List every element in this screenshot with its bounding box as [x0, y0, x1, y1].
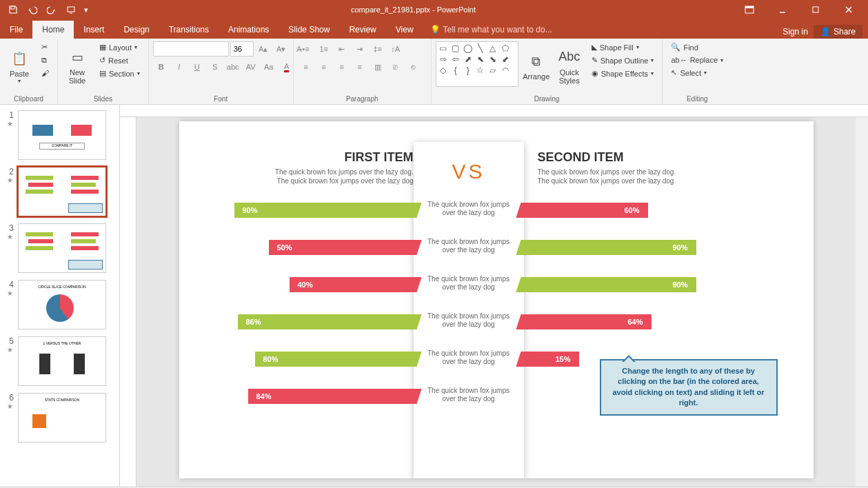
- font-family-input[interactable]: [153, 41, 229, 57]
- layout-button[interactable]: ▦Layout▾: [95, 41, 144, 53]
- align-text-button[interactable]: ⎚: [387, 59, 404, 74]
- tab-slideshow[interactable]: Slide Show: [279, 21, 339, 39]
- indent-inc-button[interactable]: ⇥: [352, 41, 368, 57]
- font-color-button[interactable]: A: [279, 59, 295, 74]
- group-editing: 🔍Find ab↔Replace▾ ↖Select▾ Editing: [663, 39, 731, 104]
- right-bar[interactable]: 90%: [524, 277, 696, 292]
- scrollbar-vertical[interactable]: [856, 117, 868, 487]
- left-bar[interactable]: 86%: [238, 314, 414, 329]
- slide-thumbnail-1[interactable]: COMPARE IT: [18, 110, 106, 160]
- maximize-button[interactable]: [802, 1, 829, 18]
- grow-font-button[interactable]: A▴: [255, 41, 272, 57]
- qat-customize-button[interactable]: ▾: [81, 1, 91, 18]
- italic-button[interactable]: I: [171, 59, 188, 74]
- left-bar[interactable]: 50%: [269, 240, 414, 255]
- slide-thumbnail-5[interactable]: 1 VERSUS THE OTHER: [18, 336, 106, 386]
- right-column-header[interactable]: SECOND ITEM The quick brown fox jumps ov…: [538, 150, 689, 185]
- spacing-button[interactable]: AV: [243, 59, 259, 74]
- align-right-button[interactable]: ≡: [334, 59, 350, 74]
- ribbon-options-button[interactable]: [736, 1, 763, 18]
- arrange-button[interactable]: ⧉ Arrange: [521, 41, 552, 90]
- svg-rect-1: [68, 7, 74, 12]
- paste-icon: 📋: [8, 48, 30, 70]
- justify-button[interactable]: ≡: [352, 59, 368, 74]
- tab-review[interactable]: Review: [339, 21, 385, 39]
- callout-tip[interactable]: Change the length to any of these by cli…: [600, 359, 778, 416]
- layout-icon: ▦: [99, 43, 106, 52]
- slide-thumbnails-panel[interactable]: 1★COMPARE IT2★3★4★CIRCLE SLICE COMPARISO…: [0, 105, 120, 487]
- underline-button[interactable]: U: [189, 59, 205, 74]
- shape-fill-button[interactable]: ◣Shape Fill▾: [587, 41, 658, 53]
- slide-thumbnail-4[interactable]: CIRCLE SLICE COMPARISON: [18, 280, 106, 329]
- replace-button[interactable]: ab↔Replace▾: [667, 54, 727, 65]
- smartart-button[interactable]: ⎋: [405, 59, 422, 74]
- quick-access-toolbar: ▾: [0, 1, 91, 18]
- shadow-button[interactable]: abc: [225, 59, 241, 74]
- align-center-button[interactable]: ≡: [316, 59, 332, 74]
- paste-label: Paste: [10, 70, 29, 78]
- shape-effects-button[interactable]: ◉Shape Effects▾: [587, 68, 658, 79]
- cut-button[interactable]: ✂: [37, 41, 53, 53]
- undo-button[interactable]: [23, 1, 41, 18]
- tab-file[interactable]: File: [0, 21, 32, 39]
- tab-home[interactable]: Home: [32, 21, 74, 39]
- tab-design[interactable]: Design: [114, 21, 159, 39]
- find-button[interactable]: 🔍Find: [667, 41, 727, 53]
- right-bar[interactable]: 60%: [524, 203, 648, 218]
- indent-dec-button[interactable]: ⇤: [334, 41, 350, 57]
- shapes-gallery[interactable]: ▭▢◯╲△⬠ ⇨⇦⬈⬉⬊⬋ ◇{}☆▱◠: [436, 41, 518, 87]
- share-button[interactable]: 👤 Share: [814, 25, 862, 39]
- align-left-button[interactable]: ≡: [298, 59, 314, 74]
- save-button[interactable]: [4, 1, 22, 18]
- tab-transitions[interactable]: Transitions: [159, 21, 219, 39]
- columns-button[interactable]: ▥: [370, 59, 386, 74]
- start-slideshow-button[interactable]: [62, 1, 80, 18]
- tell-me-input[interactable]: 💡 Tell me what you want to do...: [423, 21, 559, 39]
- thumb-star-icon: ★: [7, 233, 14, 241]
- slide-thumbnail-2[interactable]: [18, 167, 106, 216]
- case-button[interactable]: Aa: [261, 59, 277, 74]
- minimize-button[interactable]: [769, 1, 796, 18]
- left-bar[interactable]: 84%: [248, 389, 414, 404]
- numbering-button[interactable]: 1≡: [316, 41, 332, 57]
- replace-icon: ab↔: [671, 56, 687, 64]
- slide-canvas[interactable]: FIRST ITEM The quick brown fox jumps ove…: [179, 121, 814, 478]
- right-bar[interactable]: 64%: [524, 314, 652, 329]
- shape-outline-button[interactable]: ✎Shape Outline▾: [587, 54, 658, 66]
- select-button[interactable]: ↖Select▾: [667, 67, 727, 79]
- right-bar[interactable]: 15%: [524, 352, 579, 367]
- outline-icon: ✎: [592, 56, 598, 65]
- vs-center-panel[interactable]: VS The quick brown fox jumps over the la…: [414, 142, 524, 478]
- strike-button[interactable]: S: [207, 59, 223, 74]
- copy-button[interactable]: ⧉: [37, 54, 53, 66]
- close-button[interactable]: [835, 1, 862, 18]
- group-paragraph: •≡ 1≡ ⇤ ⇥ ‡≡ ↕A ≡ ≡ ≡ ≡ ▥ ⎚ ⎋ Paragraph: [294, 39, 432, 104]
- new-slide-button[interactable]: ▭ New Slide: [62, 41, 92, 90]
- tab-insert[interactable]: Insert: [74, 21, 114, 39]
- reset-button[interactable]: ↺Reset: [95, 54, 144, 66]
- left-bar[interactable]: 40%: [290, 277, 414, 292]
- slide-thumbnail-3[interactable]: [18, 223, 106, 273]
- left-column-header[interactable]: FIRST ITEM The quick brown fox jumps ove…: [262, 150, 414, 185]
- line-spacing-button[interactable]: ‡≡: [370, 41, 386, 57]
- tab-animations[interactable]: Animations: [219, 21, 279, 39]
- text-direction-button[interactable]: ↕A: [387, 41, 404, 57]
- tab-view[interactable]: View: [386, 21, 423, 39]
- bullets-button[interactable]: •≡: [298, 41, 314, 57]
- format-painter-button[interactable]: 🖌: [37, 68, 53, 79]
- right-bar[interactable]: 90%: [524, 240, 696, 255]
- left-bar[interactable]: 90%: [234, 203, 414, 218]
- quick-styles-button[interactable]: Abc Quick Styles: [554, 41, 585, 90]
- section-button[interactable]: ▤Section▾: [95, 68, 144, 79]
- redo-button[interactable]: [43, 1, 61, 18]
- thumb-number: 1: [7, 110, 14, 120]
- bold-button[interactable]: B: [153, 59, 170, 74]
- slide-editor[interactable]: FIRST ITEM The quick brown fox jumps ove…: [120, 105, 868, 487]
- left-bar[interactable]: 80%: [255, 352, 414, 367]
- font-size-input[interactable]: [230, 41, 254, 57]
- signin-link[interactable]: Sign in: [783, 27, 808, 37]
- shrink-font-button[interactable]: A▾: [273, 41, 290, 57]
- paste-button[interactable]: 📋 Paste ▾: [4, 41, 34, 90]
- group-slides: ▭ New Slide ▦Layout▾ ↺Reset ▤Section▾ Sl…: [58, 39, 149, 104]
- slide-thumbnail-6[interactable]: STATS COMPARISON: [18, 393, 106, 443]
